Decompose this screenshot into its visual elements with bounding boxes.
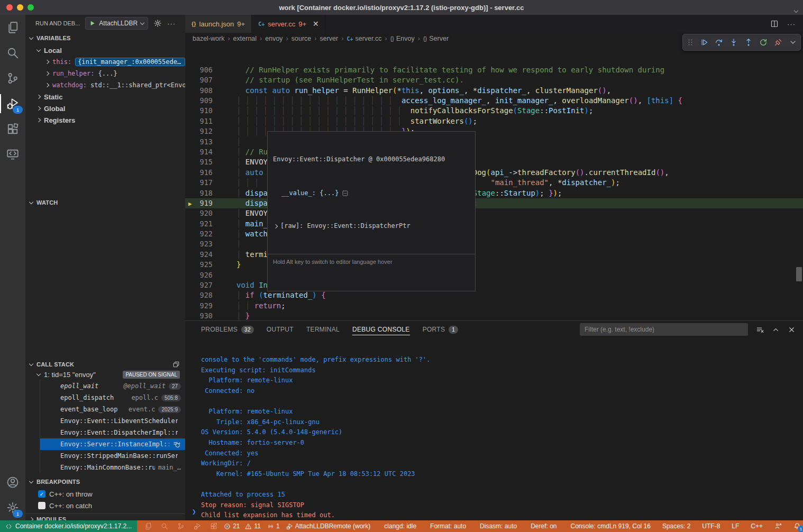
editor-scrollbar[interactable]	[796, 267, 802, 281]
activity-item-extensions[interactable]	[0, 116, 25, 142]
variable-row[interactable]: Registers	[25, 114, 185, 126]
code-editor[interactable]: 906 // RunHelper exists primarily to fac…	[185, 44, 803, 321]
line-number[interactable]: 921	[200, 219, 213, 229]
close-panel-icon[interactable]	[788, 326, 796, 334]
panel-tab-problems[interactable]: PROBLEMS32	[201, 321, 254, 338]
step-into-button[interactable]	[729, 38, 738, 47]
panel-tab-debug-console[interactable]: DEBUG CONSOLE	[352, 321, 410, 338]
more-actions-icon[interactable]: ···	[167, 20, 176, 27]
line-number[interactable]: 919	[200, 198, 213, 208]
stack-frame[interactable]: Envoy::Server::InstanceImpl::run()	[40, 438, 185, 450]
drag-handle-icon[interactable]	[686, 38, 695, 47]
editor-more-actions-icon[interactable]: ···	[787, 20, 796, 28]
line-number[interactable]: 909	[200, 96, 213, 106]
breadcrumb-item-Envoy[interactable]: {}Envoy	[390, 35, 415, 42]
line-number[interactable]: 912	[200, 126, 213, 136]
breadcrumb-item-bazel-work[interactable]: bazel-work	[193, 35, 224, 42]
activity-item-source-control[interactable]	[0, 66, 25, 91]
debug-session-status[interactable]: AttachLLDBRemote (work)	[286, 522, 371, 530]
status-item[interactable]: clangd: idle	[384, 522, 416, 530]
panel-tab-output[interactable]: OUTPUT	[267, 321, 294, 338]
stack-frame[interactable]: event_base_loopevent.c2025:9	[40, 403, 185, 415]
line-number[interactable]: 908	[200, 86, 213, 96]
activity-item-explorer[interactable]	[0, 15, 25, 40]
continue-button[interactable]	[700, 38, 708, 47]
notifications-bell[interactable]: 1	[793, 522, 801, 530]
line-number[interactable]: 907	[200, 75, 213, 85]
stack-frame[interactable]: epoll_dispatchepoll.c505:8	[40, 392, 185, 403]
line-number[interactable]: 925	[200, 260, 213, 270]
problems-status[interactable]: 21 11	[224, 522, 261, 530]
breadcrumb-item-Server[interactable]: {}Server	[423, 35, 449, 42]
variable-row[interactable]: Static	[25, 91, 185, 103]
watch-section-header[interactable]: WATCH	[25, 197, 185, 208]
variable-row[interactable]: this:{init_manager_:0x000055edea94ce60…	[25, 56, 185, 68]
stack-frame[interactable]: Envoy::Event::DispatcherImpl::run(Envoy:…	[40, 427, 185, 438]
variables-section-header[interactable]: VARIABLES	[25, 33, 185, 43]
variable-row[interactable]: Local	[25, 44, 185, 56]
status-item[interactable]: C++	[751, 522, 763, 530]
variable-row[interactable]: watchdog:std::__1::shared_ptr<Envoy::S…	[25, 79, 185, 91]
tab-close-icon[interactable]: ✕	[313, 20, 319, 28]
console-prompt[interactable]: ❯	[192, 508, 196, 516]
debug-config-dropdown[interactable]: AttachLLDBR	[85, 17, 148, 30]
code-line-929[interactable]: 929│ │ return;	[185, 301, 803, 311]
code-line-906[interactable]: 906 // RunHelper exists primarily to fac…	[185, 65, 803, 75]
code-line-930[interactable]: 930│ }	[185, 311, 803, 321]
line-number[interactable]: 911	[200, 116, 213, 126]
status-item[interactable]: Format: auto	[430, 522, 466, 530]
layout-chevron-icon[interactable]	[795, 6, 798, 14]
line-number[interactable]: 927	[200, 280, 213, 290]
code-line-928[interactable]: 928│ if (terminated_) {	[185, 290, 803, 300]
status-item[interactable]: Deref: on	[531, 522, 556, 530]
status-item[interactable]: Console: cmd	[571, 522, 609, 530]
breadcrumb-item-envoy[interactable]: envoy	[265, 35, 282, 42]
line-number[interactable]: 923	[200, 239, 213, 249]
tab-server.cc[interactable]: C+server.cc9+✕	[252, 15, 326, 33]
breadcrumb-item-server[interactable]: server	[320, 35, 339, 42]
stack-frame[interactable]: Envoy::MainCommonBase::run()main_…	[40, 462, 185, 473]
chevron-down-button[interactable]	[789, 38, 797, 47]
hex-view-icon[interactable]	[342, 190, 349, 197]
restart-button[interactable]	[759, 38, 768, 47]
status-item[interactable]: LF	[732, 522, 739, 530]
status-item[interactable]: Ln 919, Col 16	[609, 522, 651, 530]
feedback-icon[interactable]	[774, 522, 782, 530]
activity-item-run-and-debug[interactable]: 1	[0, 91, 25, 116]
breakpoint-row[interactable]: ✓C++: on throw	[25, 488, 185, 500]
broadcast-status[interactable]: 1	[267, 522, 280, 530]
line-number[interactable]: 928	[200, 290, 213, 300]
maximize-window-button[interactable]	[28, 4, 34, 11]
modules-section-header[interactable]: MODULES	[25, 513, 185, 520]
activity-item-accounts[interactable]	[0, 470, 25, 495]
breakpoint-checkbox[interactable]	[38, 502, 45, 509]
stack-frame[interactable]: Envoy::Event::LibeventScheduler::run(Env…	[40, 415, 185, 427]
callstack-section-header[interactable]: CALL STACK	[25, 359, 185, 370]
breadcrumb-item-external[interactable]: external	[233, 35, 257, 42]
line-number[interactable]: 924	[200, 250, 213, 260]
step-out-button[interactable]	[744, 38, 753, 47]
step-over-button[interactable]	[715, 38, 723, 47]
activity-item-remote-explorer[interactable]	[0, 142, 25, 167]
line-number[interactable]: 916	[200, 168, 213, 178]
status-item[interactable]: UTF-8	[702, 522, 720, 530]
variable-row[interactable]: run_helper:{...}	[25, 68, 185, 79]
remote-indicator[interactable]: Container docker.io/istio/proxyv2:1.17.2…	[0, 520, 137, 532]
line-number[interactable]: 920	[200, 208, 213, 218]
line-number[interactable]: 930	[200, 311, 213, 321]
line-number[interactable]: 918	[200, 188, 213, 198]
maximize-panel-icon[interactable]	[772, 326, 780, 334]
code-line-911[interactable]: 911│ │ │ │ │ │ │ │ │ │ │ │ │ │ │ │ │ │ │…	[185, 116, 803, 126]
close-window-button[interactable]	[6, 4, 13, 11]
clear-console-icon[interactable]	[756, 326, 764, 334]
tab-launch.json[interactable]: {}launch.json9+	[185, 15, 252, 33]
panel-tab-terminal[interactable]: TERMINAL	[306, 321, 340, 338]
status-item[interactable]: Disasm: auto	[480, 522, 517, 530]
line-number[interactable]: 906	[200, 65, 213, 75]
breadcrumb-item-server.cc[interactable]: C+server.cc	[346, 35, 381, 42]
code-line-909[interactable]: 909│ │ │ │ │ │ │ │ │ │ │ │ │ │ │ │ │ │ a…	[185, 96, 803, 106]
split-editor-icon[interactable]	[770, 20, 779, 28]
console-filter-input[interactable]	[580, 323, 748, 336]
disconnect-button[interactable]	[774, 38, 782, 47]
code-line-908[interactable]: 908 const auto run_helper = RunHelper(*t…	[185, 86, 803, 96]
